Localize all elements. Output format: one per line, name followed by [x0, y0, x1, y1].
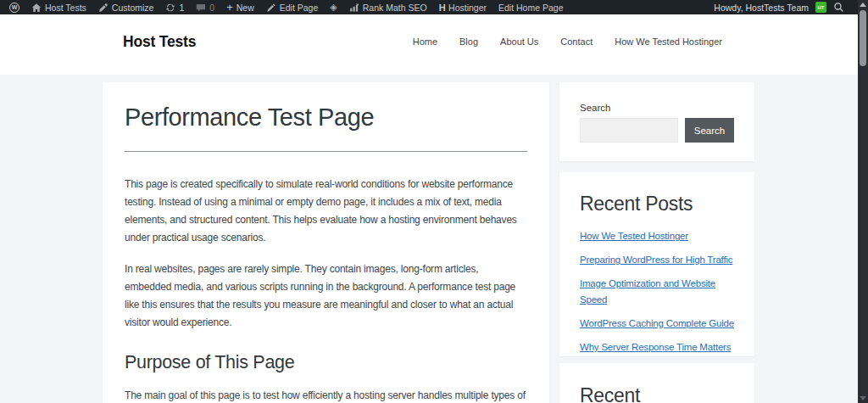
- list-item: Why Server Response Time Matters: [580, 339, 734, 355]
- list-item: Preparing WordPress for High Traffic: [580, 251, 734, 267]
- admin-bar-edit-page[interactable]: Edit Page: [260, 0, 325, 14]
- recent-posts-widget: Recent Posts How We Tested Hostinger Pre…: [559, 172, 754, 356]
- scrollbar-up-arrow[interactable]: [860, 3, 866, 7]
- admin-bar-updates-count: 1: [179, 3, 184, 13]
- search-button[interactable]: Search: [685, 118, 734, 143]
- admin-bar-new[interactable]: + New: [220, 0, 260, 14]
- update-icon: [165, 3, 175, 13]
- browser-scrollbar[interactable]: [858, 0, 868, 403]
- admin-bar-new-label: New: [236, 3, 254, 13]
- brush-icon: [98, 3, 108, 13]
- admin-bar-customize[interactable]: Customize: [92, 0, 160, 14]
- list-item: WordPress Caching Complete Guide: [580, 315, 734, 331]
- admin-bar-my-account[interactable]: Howdy, HostTests Team: [714, 3, 809, 13]
- article-paragraph: This page is created specifically to sim…: [125, 176, 527, 247]
- comment-icon: [196, 3, 206, 13]
- recent-post-link[interactable]: Image Optimization and Website Speed: [580, 278, 715, 305]
- recent-comments-title: Recent Comments: [580, 383, 698, 403]
- section-heading: Purpose of This Page: [125, 352, 527, 373]
- admin-bar-hostinger[interactable]: H Hostinger: [433, 0, 492, 14]
- admin-bar-edit-home-page[interactable]: Edit Home Page: [492, 0, 569, 14]
- bar-chart-icon: [349, 3, 359, 13]
- admin-bar-site-name[interactable]: Host Tests: [25, 0, 92, 14]
- search-label: Search: [580, 103, 734, 113]
- search-widget: Search Search: [559, 82, 754, 161]
- nav-item-how-we-tested-hostinger[interactable]: How We Tested Hostinger: [615, 36, 722, 47]
- admin-bar-plugin-menu[interactable]: ◈: [324, 0, 342, 14]
- pencil-icon: [266, 3, 276, 13]
- admin-bar-edit-home-page-label: Edit Home Page: [498, 3, 563, 13]
- list-item: Image Optimization and Website Speed: [580, 275, 729, 307]
- admin-bar-rank-math-label: Rank Math SEO: [363, 3, 427, 13]
- nav-item-about-us[interactable]: About Us: [500, 36, 538, 47]
- browser-viewport: W Host Tests Customize 1 0 +: [0, 0, 868, 403]
- admin-bar-updates[interactable]: 1: [159, 0, 190, 14]
- site-title[interactable]: Host Tests: [123, 33, 196, 51]
- article-card: Performance Test Page This page is creat…: [103, 82, 549, 403]
- article-paragraph: In real websites, pages are rarely simpl…: [125, 260, 527, 332]
- wp-admin-bar: W Host Tests Customize 1 0 +: [0, 0, 868, 14]
- nav-item-blog[interactable]: Blog: [459, 36, 478, 47]
- scrollbar-down-arrow[interactable]: [860, 396, 866, 400]
- home-icon: [31, 3, 42, 13]
- search-input[interactable]: [580, 118, 678, 143]
- search-icon[interactable]: [833, 2, 844, 13]
- article-paragraph: The main goal of this page is to test ho…: [125, 387, 527, 403]
- admin-bar-right: Howdy, HostTests Team HT: [714, 2, 844, 13]
- recent-posts-list: How We Tested Hostinger Preparing WordPr…: [580, 227, 734, 355]
- recent-posts-title: Recent Posts: [580, 193, 734, 215]
- nav-item-contact[interactable]: Contact: [560, 36, 593, 47]
- primary-nav: Home Blog About Us Contact How We Tested…: [413, 36, 722, 47]
- recent-post-link[interactable]: How We Tested Hostinger: [580, 231, 688, 241]
- scrollbar-thumb[interactable]: [860, 10, 866, 66]
- hostinger-logo-icon: H: [439, 3, 445, 13]
- wp-logo-menu[interactable]: W: [3, 0, 25, 14]
- admin-bar-edit-page-label: Edit Page: [280, 3, 319, 13]
- recent-post-link[interactable]: Why Server Response Time Matters: [580, 342, 731, 352]
- admin-bar-comments[interactable]: 0: [190, 0, 220, 14]
- admin-bar-rank-math[interactable]: Rank Math SEO: [343, 0, 433, 14]
- admin-bar-site-name-label: Host Tests: [45, 3, 86, 13]
- nav-item-home[interactable]: Home: [413, 36, 437, 47]
- wordpress-logo-icon: W: [9, 3, 19, 13]
- admin-bar-comments-count: 0: [209, 3, 214, 13]
- page-title: Performance Test Page: [125, 103, 527, 132]
- admin-bar-customize-label: Customize: [112, 3, 154, 13]
- admin-bar-hostinger-label: Hostinger: [448, 3, 487, 13]
- recent-comments-widget: Recent Comments: [559, 363, 754, 403]
- recent-post-link[interactable]: Preparing WordPress for High Traffic: [580, 255, 732, 265]
- recent-post-link[interactable]: WordPress Caching Complete Guide: [580, 318, 734, 328]
- title-divider: [125, 151, 527, 152]
- plus-icon: +: [226, 2, 233, 13]
- list-item: How We Tested Hostinger: [580, 227, 734, 243]
- avatar[interactable]: HT: [815, 2, 826, 13]
- site-header: Host Tests Home Blog About Us Contact Ho…: [0, 14, 868, 75]
- diamond-icon: ◈: [330, 3, 337, 12]
